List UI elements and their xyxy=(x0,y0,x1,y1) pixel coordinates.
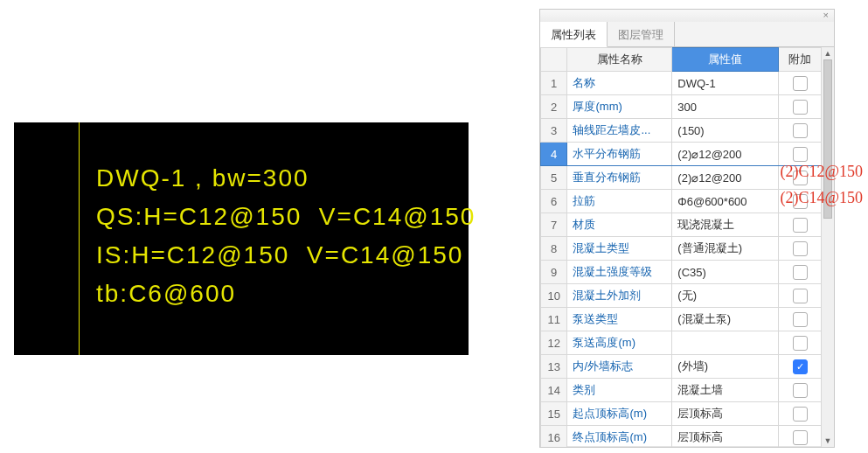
table-row[interactable]: 11泵送类型(混凝土泵) xyxy=(541,308,822,331)
prop-value[interactable]: 层顶标高 xyxy=(672,402,779,426)
prop-name[interactable]: 类别 xyxy=(567,379,672,402)
scroll-thumb[interactable] xyxy=(823,59,832,219)
prop-extra[interactable] xyxy=(779,213,822,237)
tab-attributes[interactable]: 属性列表 xyxy=(540,22,608,47)
row-index[interactable]: 15 xyxy=(541,402,567,426)
prop-extra[interactable] xyxy=(779,143,822,166)
prop-value[interactable]: (外墙) xyxy=(672,355,779,379)
prop-extra[interactable] xyxy=(779,379,822,402)
row-index[interactable]: 9 xyxy=(541,261,567,284)
prop-name[interactable]: 内/外墙标志 xyxy=(567,355,672,379)
prop-extra[interactable] xyxy=(779,166,822,190)
table-row[interactable]: 1名称DWQ-1 xyxy=(541,72,822,95)
header-name[interactable]: 属性名称 xyxy=(567,48,672,72)
prop-extra[interactable] xyxy=(779,308,822,331)
prop-name[interactable]: 厚度(mm) xyxy=(567,95,672,119)
checkbox[interactable] xyxy=(793,76,808,91)
prop-extra[interactable] xyxy=(779,72,822,95)
table-row[interactable]: 12泵送高度(m) xyxy=(541,331,822,355)
table-row[interactable]: 7材质现浇混凝土 xyxy=(541,213,822,237)
prop-name[interactable]: 终点顶标高(m) xyxy=(567,426,672,448)
row-index[interactable]: 10 xyxy=(541,284,567,308)
prop-name[interactable]: 名称 xyxy=(567,72,672,95)
row-index[interactable]: 1 xyxy=(541,72,567,95)
row-index[interactable]: 5 xyxy=(541,166,567,190)
prop-value[interactable] xyxy=(672,331,779,355)
table-row[interactable]: 9混凝土强度等级(C35) xyxy=(541,261,822,284)
checkbox[interactable] xyxy=(793,123,808,138)
row-index[interactable]: 16 xyxy=(541,426,567,448)
prop-name[interactable]: 轴线距左墙皮... xyxy=(567,119,672,143)
prop-extra[interactable] xyxy=(779,237,822,261)
scroll-down-icon[interactable]: ▼ xyxy=(822,435,834,447)
prop-extra[interactable] xyxy=(779,426,822,448)
checkbox[interactable] xyxy=(793,147,808,162)
checkbox[interactable] xyxy=(793,430,808,445)
header-extra[interactable]: 附加 xyxy=(779,48,822,72)
prop-name[interactable]: 水平分布钢筋 xyxy=(567,143,672,166)
prop-value[interactable]: 层顶标高 xyxy=(672,426,779,448)
prop-value[interactable]: 混凝土墙 xyxy=(672,379,779,402)
prop-value[interactable]: 300 xyxy=(672,95,779,119)
table-row[interactable]: 14类别混凝土墙 xyxy=(541,379,822,402)
prop-extra[interactable] xyxy=(779,190,822,213)
scroll-up-icon[interactable]: ▲ xyxy=(822,47,834,59)
prop-value[interactable]: (2)⌀12@200 xyxy=(672,166,779,190)
checkbox[interactable] xyxy=(793,100,808,115)
table-row[interactable]: 13内/外墙标志(外墙) xyxy=(541,355,822,379)
cad-viewport[interactable]: DWQ-1 , bw=300 QS:H=C12@150 V=C14@150 IS… xyxy=(14,122,469,355)
checkbox[interactable] xyxy=(793,359,808,374)
row-index[interactable]: 12 xyxy=(541,331,567,355)
prop-name[interactable]: 混凝土类型 xyxy=(567,237,672,261)
row-index[interactable]: 6 xyxy=(541,190,567,213)
prop-value[interactable]: (混凝土泵) xyxy=(672,308,779,331)
row-index[interactable]: 4 xyxy=(541,143,567,166)
prop-value[interactable]: 现浇混凝土 xyxy=(672,213,779,237)
prop-name[interactable]: 泵送高度(m) xyxy=(567,331,672,355)
prop-extra[interactable] xyxy=(779,95,822,119)
table-row[interactable]: 10混凝土外加剂(无) xyxy=(541,284,822,308)
table-row[interactable]: 4水平分布钢筋(2)⌀12@200 xyxy=(541,143,822,166)
checkbox[interactable] xyxy=(793,265,808,280)
checkbox[interactable] xyxy=(793,171,808,185)
prop-name[interactable]: 拉筋 xyxy=(567,190,672,213)
checkbox[interactable] xyxy=(793,241,808,256)
prop-name[interactable]: 混凝土外加剂 xyxy=(567,284,672,308)
vertical-scrollbar[interactable]: ▲ ▼ xyxy=(821,47,834,447)
prop-name[interactable]: 垂直分布钢筋 xyxy=(567,166,672,190)
row-index[interactable]: 13 xyxy=(541,355,567,379)
checkbox[interactable] xyxy=(793,194,808,209)
row-index[interactable]: 3 xyxy=(541,119,567,143)
row-index[interactable]: 11 xyxy=(541,308,567,331)
prop-extra[interactable] xyxy=(779,261,822,284)
prop-value[interactable]: (C35) xyxy=(672,261,779,284)
prop-extra[interactable] xyxy=(779,119,822,143)
prop-extra[interactable] xyxy=(779,355,822,379)
row-index[interactable]: 2 xyxy=(541,95,567,119)
table-row[interactable]: 16终点顶标高(m)层顶标高 xyxy=(541,426,822,448)
prop-extra[interactable] xyxy=(779,284,822,308)
row-index[interactable]: 7 xyxy=(541,213,567,237)
prop-value[interactable]: (无) xyxy=(672,284,779,308)
prop-extra[interactable] xyxy=(779,402,822,426)
checkbox[interactable] xyxy=(793,407,808,422)
checkbox[interactable] xyxy=(793,383,808,398)
table-row[interactable]: 6拉筋Φ6@600*600 xyxy=(541,190,822,213)
prop-name[interactable]: 混凝土强度等级 xyxy=(567,261,672,284)
prop-value[interactable]: (150) xyxy=(672,119,779,143)
prop-value[interactable]: (普通混凝土) xyxy=(672,237,779,261)
prop-name[interactable]: 起点顶标高(m) xyxy=(567,402,672,426)
row-index[interactable]: 14 xyxy=(541,379,567,402)
table-row[interactable]: 2厚度(mm)300 xyxy=(541,95,822,119)
table-row[interactable]: 3轴线距左墙皮...(150) xyxy=(541,119,822,143)
checkbox[interactable] xyxy=(793,289,808,303)
prop-extra[interactable] xyxy=(779,331,822,355)
prop-value[interactable]: (2)⌀12@200 xyxy=(672,143,779,166)
prop-name[interactable]: 泵送类型 xyxy=(567,308,672,331)
table-row[interactable]: 5垂直分布钢筋(2)⌀12@200 xyxy=(541,166,822,190)
prop-value[interactable]: Φ6@600*600 xyxy=(672,190,779,213)
prop-value[interactable]: DWQ-1 xyxy=(672,72,779,95)
prop-name[interactable]: 材质 xyxy=(567,213,672,237)
tab-layers[interactable]: 图层管理 xyxy=(608,22,675,46)
row-index[interactable]: 8 xyxy=(541,237,567,261)
